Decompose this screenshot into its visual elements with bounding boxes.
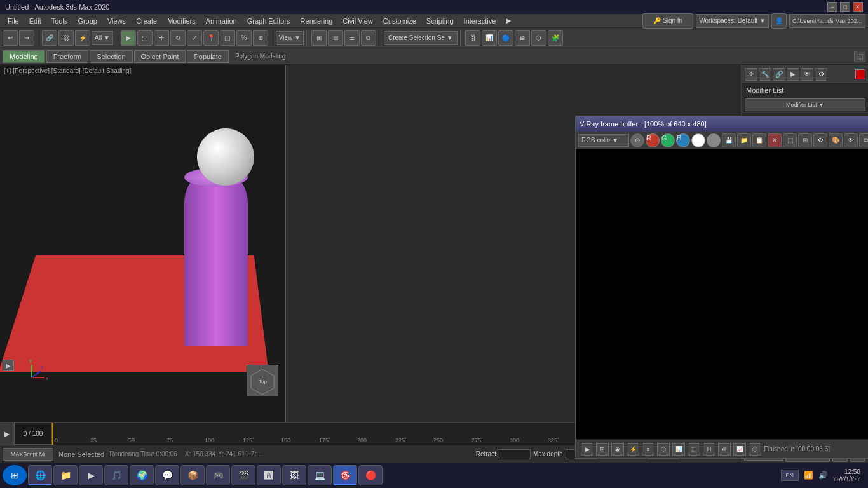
taskbar-chrome[interactable]: 🌍 — [130, 465, 154, 485]
vray-blue-channel[interactable]: B — [676, 133, 690, 147]
vray-color-circle[interactable]: ⊙ — [630, 133, 644, 147]
taskbar-ie[interactable]: 🌐 — [28, 465, 52, 485]
select-button[interactable]: ▶ — [121, 30, 136, 46]
vray-save-button[interactable]: 💾 — [722, 133, 736, 147]
tab-selection[interactable]: Selection — [90, 50, 132, 63]
language-indicator[interactable]: EN — [781, 470, 799, 481]
vray-status-btn10[interactable]: ⊕ — [718, 443, 731, 456]
percent-button[interactable]: % — [236, 30, 252, 46]
vray-compare-button[interactable]: ⧉ — [859, 133, 868, 147]
taskbar-photoshop[interactable]: 🖼 — [282, 465, 306, 485]
mirror2-btn[interactable]: ⧉ — [361, 30, 376, 46]
vray-zoom-button[interactable]: ⊞ — [798, 133, 812, 147]
vray-status-btn3[interactable]: ◉ — [611, 443, 624, 456]
tab-modeling[interactable]: Modeling — [3, 50, 45, 63]
modify-tab-button[interactable]: 🔧 — [759, 68, 771, 81]
create-selection-button[interactable]: Create Selection Se ▼ — [384, 31, 458, 45]
align-btn[interactable]: ⊟ — [328, 30, 343, 46]
create-tab-button[interactable]: ✛ — [745, 68, 757, 81]
menu-edit[interactable]: Edit — [24, 16, 46, 26]
menu-tools[interactable]: Tools — [46, 16, 73, 26]
vray-red-channel[interactable]: R — [646, 133, 660, 147]
select-region-button[interactable]: ⬚ — [137, 30, 153, 46]
vray-open-button[interactable]: 📁 — [737, 133, 751, 147]
vray-status-btn9[interactable]: H — [703, 443, 715, 456]
render2-btn[interactable]: ⬡ — [531, 30, 546, 46]
vray-status-btn6[interactable]: ⬡ — [657, 443, 670, 456]
tab-object-paint[interactable]: Object Paint — [134, 50, 186, 63]
vray-status-btn2[interactable]: ⊞ — [596, 443, 609, 456]
vray-copy-button[interactable]: 📋 — [752, 133, 766, 147]
vray-status-btn11[interactable]: 📈 — [733, 443, 746, 456]
vray-status-btn8[interactable]: ⬚ — [688, 443, 700, 456]
unlink-button[interactable]: ⛓ — [58, 30, 74, 46]
timeline-counter[interactable]: 0 / 100 — [14, 423, 52, 445]
menu-group[interactable]: Group — [72, 16, 102, 26]
menu-views[interactable]: Views — [102, 16, 131, 26]
vray-green-channel[interactable]: G — [661, 133, 675, 147]
menu-modifiers[interactable]: Modifiers — [162, 16, 201, 26]
bind-button[interactable]: ⚡ — [75, 30, 90, 46]
reference-btn[interactable]: ⊞ — [311, 30, 327, 46]
tab-freeform[interactable]: Freeform — [46, 50, 89, 63]
vray-status-btn12[interactable]: ⬡ — [749, 443, 761, 456]
taskbar-3dsmax[interactable]: 🎯 — [333, 465, 357, 485]
snap-icon[interactable]: ⬚ — [854, 51, 865, 62]
link-button[interactable]: 🔗 — [42, 30, 57, 46]
vray-settings-button[interactable]: ⚙ — [813, 133, 827, 147]
utilities-button[interactable]: ⚙ — [815, 68, 827, 81]
taskbar-red[interactable]: 🔴 — [358, 465, 383, 485]
modifier-dropdown-button[interactable]: Modifier List ▼ — [745, 98, 865, 111]
snap-button[interactable]: ⊕ — [253, 30, 268, 46]
redo-button[interactable]: ↪ — [19, 30, 34, 46]
taskbar-explorer[interactable]: 📁 — [53, 465, 78, 485]
menu-more[interactable]: ▶ — [501, 15, 516, 26]
vray-status-btn5[interactable]: ≡ — [642, 443, 654, 456]
vray-clear-button[interactable]: ✕ — [768, 133, 782, 147]
filter-dropdown[interactable]: All ▼ — [92, 31, 113, 45]
minimize-button[interactable]: − — [827, 2, 837, 12]
view-dropdown[interactable]: View ▼ — [276, 31, 304, 45]
place-button[interactable]: 📍 — [203, 30, 219, 46]
menu-rendering[interactable]: Rendering — [295, 16, 338, 26]
user-icon[interactable]: 👤 — [771, 13, 787, 29]
menu-graph-editors[interactable]: Graph Editors — [242, 16, 295, 26]
undo-button[interactable]: ↩ — [3, 30, 18, 46]
curve-editor-btn[interactable]: 🎛 — [465, 30, 480, 46]
taskbar-pc[interactable]: 💻 — [308, 465, 332, 485]
menu-customize[interactable]: Customize — [378, 16, 421, 26]
menu-animation[interactable]: Animation — [201, 16, 242, 26]
material-btn[interactable]: 🔵 — [498, 30, 513, 46]
vray-gray-channel[interactable] — [707, 133, 721, 147]
taskbar-video[interactable]: 🎬 — [231, 465, 255, 485]
restore-button[interactable]: □ — [840, 2, 850, 12]
vray-white-channel[interactable] — [691, 133, 705, 147]
taskbar-ae[interactable]: 🅰 — [257, 465, 281, 485]
maxscript-button[interactable]: MAXScript Mi — [3, 448, 53, 461]
vray-status-btn1[interactable]: ▶ — [581, 443, 593, 456]
vray-color-correct-button[interactable]: 🎨 — [829, 133, 843, 147]
taskbar-winrar[interactable]: 📦 — [180, 465, 205, 485]
close-button[interactable]: ✕ — [853, 2, 863, 12]
taskbar-media[interactable]: ▶ — [79, 465, 103, 485]
workspaces-dropdown[interactable]: Workspaces: Default ▼ — [696, 14, 769, 28]
play-button[interactable]: ▶ — [3, 360, 14, 371]
motion-button[interactable]: ▶ — [787, 68, 799, 81]
taskbar-music[interactable]: 🎵 — [104, 465, 128, 485]
menu-civil-view[interactable]: Civil View — [337, 16, 377, 26]
menu-scripting[interactable]: Scripting — [421, 16, 459, 26]
refract-value[interactable] — [499, 449, 531, 459]
menu-create[interactable]: Create — [131, 16, 162, 26]
taskbar-whatsapp[interactable]: 💬 — [155, 465, 179, 485]
color-channel-dropdown[interactable]: RGB color ▼ — [578, 134, 629, 147]
rotate-button[interactable]: ↻ — [170, 30, 186, 46]
vray-status-btn7[interactable]: 📊 — [672, 443, 685, 456]
tab-populate[interactable]: Populate — [187, 50, 228, 63]
sign-in-button[interactable]: 🔑 Sign In — [642, 13, 693, 29]
menu-interactive[interactable]: Interactive — [459, 16, 501, 26]
layer-btn[interactable]: ☰ — [344, 30, 360, 46]
hierarchy-button[interactable]: 🔗 — [773, 68, 785, 81]
render3-btn[interactable]: 🧩 — [548, 30, 563, 46]
render-btn[interactable]: 🖥 — [515, 30, 530, 46]
vray-eye-button[interactable]: 👁 — [844, 133, 858, 147]
